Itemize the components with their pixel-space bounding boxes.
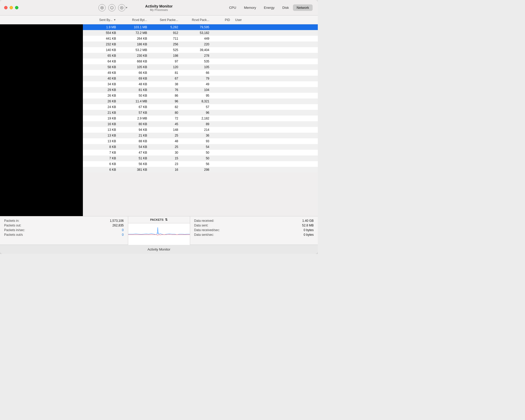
table-row[interactable]: 232 KB 186 KB 256 220 (83, 41, 318, 47)
maximize-button[interactable] (15, 6, 18, 9)
cell-sent: 24 KB (83, 105, 119, 109)
cell-rcvd-bytes: 80 KB (119, 122, 150, 126)
cell-rcvd-bytes: 2.9 MB (119, 117, 150, 120)
chart-header[interactable]: PACKETS ⇅ (128, 216, 190, 223)
table-row[interactable]: 40 KB 69 KB 67 79 (83, 76, 318, 81)
cell-sent-packets: 97 (150, 60, 181, 63)
data-received-sec-value: 0 bytes (304, 228, 314, 232)
cell-rcvd-bytes: 54 KB (119, 145, 150, 149)
cell-rcvd-bytes: 103.1 MB (119, 25, 150, 29)
data-rows: 1.9 MB 103.1 MB 5,282 79,595 554 KB 72.2… (83, 24, 318, 216)
table-row[interactable]: 1.9 MB 103.1 MB 5,282 79,595 (83, 24, 318, 30)
table-row[interactable]: 13 KB 94 KB 148 214 (83, 127, 318, 133)
table-row[interactable]: 26 KB 11.4 MB 96 8,321 (83, 98, 318, 104)
table-row[interactable]: 58 KB 105 KB 120 105 (83, 64, 318, 70)
column-header-sent-packets[interactable]: Sent Packe... (150, 18, 181, 22)
tab-network[interactable]: Network (293, 4, 313, 11)
packets-in-sec-label: Packets in/sec: (4, 228, 25, 232)
data-sent-sec-value: 0 bytes (304, 233, 314, 237)
table-row[interactable]: 6 KB 381 KB 16 298 (83, 167, 318, 173)
cell-sent: 441 KB (83, 37, 119, 40)
packets-out-row: Packets out: 262,835 (4, 224, 124, 227)
cell-sent: 40 KB (83, 77, 119, 80)
table-row[interactable]: 65 KB 230 KB 198 278 (83, 53, 318, 59)
table-row[interactable]: 34 KB 48 KB 38 49 (83, 81, 318, 87)
tab-energy[interactable]: Energy (260, 4, 278, 11)
tab-cpu[interactable]: CPU (225, 4, 240, 11)
cell-rcvd-bytes: 11.4 MB (119, 99, 150, 103)
data-received-sec-label: Data received/sec: (194, 228, 220, 232)
table-row[interactable]: 13 KB 21 KB 25 36 (83, 133, 318, 138)
tabs: CPU Memory Energy Disk Network (225, 4, 313, 11)
stop-button[interactable] (98, 4, 106, 11)
table-row[interactable]: 24 KB 67 KB 82 57 (83, 104, 318, 110)
packets-out-s-label: Packets out/s (4, 233, 23, 237)
column-header-sent[interactable]: Sent By... ▼ (83, 18, 119, 22)
cell-sent-packets: 15 (150, 156, 181, 160)
table-row[interactable]: 140 KB 53.2 MB 525 39,404 (83, 47, 318, 53)
table-row[interactable]: 21 KB 57 KB 80 96 (83, 110, 318, 116)
table-row[interactable]: 6 KB 56 KB 23 56 (83, 161, 318, 167)
packets-out-label: Packets out: (4, 224, 21, 227)
column-header-user[interactable]: User (233, 18, 259, 22)
title-bar: Activity Monitor My Processes i ▾ CPU Me… (0, 0, 318, 16)
cell-sent-packets: 48 (150, 139, 181, 143)
table-row[interactable]: 13 KB 88 KB 48 93 (83, 138, 318, 144)
cell-rcvd-packets: 57 (181, 105, 212, 109)
cell-rcvd-bytes: 186 KB (119, 42, 150, 46)
cell-rcvd-packets: 56 (181, 162, 212, 166)
cell-rcvd-bytes: 50 KB (119, 94, 150, 97)
table-row[interactable]: 441 KB 264 KB 711 449 (83, 36, 318, 41)
table-row[interactable]: 554 KB 72.2 MB 912 53,182 (83, 30, 318, 36)
table-row[interactable]: 16 KB 80 KB 45 89 (83, 121, 318, 127)
table-row[interactable]: 7 KB 47 KB 30 50 (83, 150, 318, 155)
tab-memory[interactable]: Memory (240, 4, 260, 11)
chart-area: PACKETS ⇅ (128, 216, 190, 245)
packets-out-s-row: Packets out/s 0 (4, 233, 124, 237)
bottom-panel: Packets in: 1,573,106 Packets out: 262,8… (0, 216, 318, 245)
window-controls[interactable] (4, 6, 18, 9)
minimize-button[interactable] (10, 6, 13, 9)
chart-body (128, 223, 190, 245)
cell-rcvd-bytes: 66 KB (119, 71, 150, 75)
cell-sent-packets: 25 (150, 134, 181, 137)
tab-disk[interactable]: Disk (279, 4, 292, 11)
cell-sent-packets: 198 (150, 54, 181, 58)
table-row[interactable]: 8 KB 54 KB 25 54 (83, 144, 318, 150)
table-row[interactable]: 29 KB 81 KB 76 104 (83, 87, 318, 93)
cell-rcvd-bytes: 94 KB (119, 128, 150, 132)
packets-in-value: 1,573,106 (110, 219, 124, 223)
cell-sent-packets: 81 (150, 71, 181, 75)
cell-rcvd-bytes: 105 KB (119, 65, 150, 69)
cell-sent-packets: 72 (150, 117, 181, 120)
cell-sent: 13 KB (83, 134, 119, 137)
cell-rcvd-packets: 93 (181, 139, 212, 143)
packets-out-value: 262,835 (112, 224, 124, 227)
cell-sent: 49 KB (83, 71, 119, 75)
table-row[interactable]: 49 KB 66 KB 81 66 (83, 70, 318, 76)
data-received-label: Data received: (194, 219, 214, 223)
cell-rcvd-packets: 66 (181, 71, 212, 75)
table-row[interactable]: 19 KB 2.9 MB 72 2,182 (83, 116, 318, 121)
cell-rcvd-bytes: 47 KB (119, 151, 150, 154)
packets-in-sec-row: Packets in/sec: 0 (4, 228, 124, 232)
data-sent-label: Data sent: (194, 224, 208, 227)
column-header-rcvd-packets[interactable]: Rcvd Pack... (181, 18, 212, 22)
cell-sent-packets: 256 (150, 42, 181, 46)
cell-sent: 7 KB (83, 151, 119, 154)
cell-rcvd-packets: 104 (181, 88, 212, 92)
data-sent-sec-label: Data sent/sec: (194, 233, 214, 237)
table-row[interactable]: 64 KB 668 KB 97 535 (83, 59, 318, 64)
table-row[interactable]: 7 KB 51 KB 15 50 (83, 155, 318, 161)
more-button[interactable]: ▾ (118, 4, 127, 11)
cell-rcvd-packets: 54 (181, 145, 212, 149)
cell-sent: 34 KB (83, 82, 119, 86)
cell-sent: 64 KB (83, 60, 119, 63)
cell-sent: 29 KB (83, 88, 119, 92)
close-button[interactable] (4, 6, 8, 9)
table-row[interactable]: 26 KB 50 KB 86 95 (83, 93, 318, 98)
cell-sent-packets: 5,282 (150, 25, 181, 29)
column-header-rcvd-bytes[interactable]: Rcvd Byt... (119, 18, 150, 22)
column-header-pid[interactable]: PID (212, 18, 233, 22)
info-button[interactable]: i (108, 4, 116, 11)
